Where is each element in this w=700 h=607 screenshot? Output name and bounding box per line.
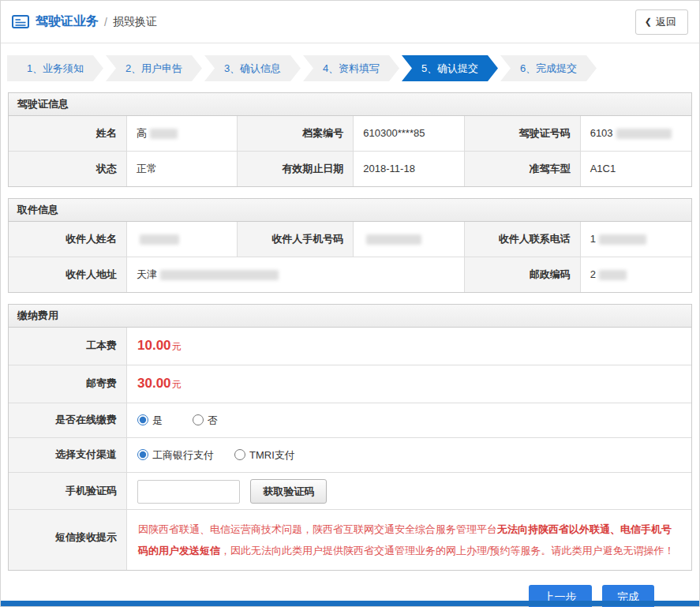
post-fee-value: 30.00元 [127, 365, 691, 403]
online-pay-options: 是 否 [127, 403, 691, 437]
card-fee-row: 工本费 10.00元 [9, 328, 691, 365]
step-2-declaration: 2、用户申告 [106, 55, 202, 81]
post-fee-row: 邮寄费 30.00元 [9, 365, 691, 403]
channel-tmri-label: TMRI支付 [249, 449, 295, 461]
back-button[interactable]: ❮ 返回 [635, 9, 688, 35]
sms-code-input[interactable] [137, 480, 240, 504]
breadcrumb-current: 损毁换证 [113, 15, 157, 29]
online-pay-yes-radio[interactable] [137, 414, 148, 425]
card-fee-label: 工本费 [9, 328, 127, 365]
step-3-confirm-info: 3、确认信息 [204, 55, 301, 81]
step-5-confirm-submit: 5、确认提交 [402, 55, 498, 81]
pay-channel-label: 选择支付渠道 [9, 438, 127, 472]
recipient-phone-label: 收件人手机号码 [238, 222, 354, 257]
expiry-value: 2018-11-18 [354, 152, 464, 186]
sms-tip-label: 短信接收提示 [9, 510, 127, 570]
vehicle-type-label: 准驾车型 [465, 152, 581, 186]
online-pay-label: 是否在线缴费 [9, 403, 127, 437]
pay-channel-row: 选择支付渠道 工商银行支付 TMRI支付 [9, 437, 691, 472]
page: 驾驶证业务 / 损毁换证 ❮ 返回 1、业务须知 2、用户申告 3、确认信息 4… [0, 0, 700, 607]
sms-tip-row: 短信接收提示 因陕西省联通、电信运营商技术问题，陕西省互联网交通安全综合服务管理… [9, 509, 691, 570]
channel-tmri-radio[interactable] [234, 449, 245, 460]
back-button-label: 返回 [656, 15, 676, 29]
table-row: 收件人姓名 收件人手机号码 收件人联系电话 1 [9, 222, 691, 257]
expiry-label: 有效期止日期 [238, 152, 354, 186]
name-value: 高 [127, 116, 238, 151]
card-fee-amount: 10.00 [137, 338, 171, 353]
file-no-label: 档案编号 [238, 116, 354, 151]
table-row: 姓名 高 档案编号 610300****85 驾驶证号码 6103 [9, 116, 691, 151]
fee-unit: 元 [172, 341, 182, 352]
pickup-info-section: 取件信息 收件人姓名 收件人手机号码 收件人联系电话 1 收件人地址 天津 邮政… [8, 198, 692, 293]
address-label: 收件人地址 [9, 257, 127, 292]
file-no-value: 610300****85 [354, 116, 464, 151]
license-info-section: 驾驶证信息 姓名 高 档案编号 610300****85 驾驶证号码 6103 … [8, 92, 692, 187]
channel-icbc-radio[interactable] [137, 449, 148, 460]
redacted-value [616, 129, 672, 139]
redacted-value [599, 234, 646, 245]
contact-phone-value: 1 [581, 222, 691, 257]
vehicle-type-value: A1C1 [581, 152, 691, 186]
step-1-notice: 1、业务须知 [7, 55, 103, 81]
pay-channel-options: 工商银行支付 TMRI支付 [127, 438, 691, 472]
address-value: 天津 [127, 257, 465, 292]
online-pay-no-label: 否 [208, 414, 218, 426]
postcode-label: 邮政编码 [465, 257, 581, 292]
recipient-phone-value [354, 222, 464, 257]
fee-unit: 元 [172, 379, 182, 390]
license-card-icon [12, 15, 29, 28]
license-info-title: 驾驶证信息 [9, 93, 691, 116]
table-row: 收件人地址 天津 邮政编码 2 [9, 257, 691, 292]
step-nav: 1、业务须知 2、用户申告 3、确认信息 4、资料填写 5、确认提交 6、完成提… [7, 55, 693, 81]
fees-title: 缴纳费用 [9, 305, 691, 328]
online-pay-no-option[interactable]: 否 [193, 404, 218, 437]
recipient-name-value [127, 222, 238, 257]
license-no-label: 驾驶证号码 [465, 116, 581, 151]
online-pay-yes-option[interactable]: 是 [137, 404, 163, 437]
step-4-fill-data: 4、资料填写 [303, 55, 399, 81]
contact-phone-label: 收件人联系电话 [465, 222, 581, 257]
get-code-button[interactable]: 获取验证码 [250, 479, 327, 504]
sms-code-row: 手机验证码 获取验证码 [9, 472, 691, 509]
redacted-value [150, 129, 178, 139]
channel-icbc-option[interactable]: 工商银行支付 [137, 439, 214, 472]
pickup-info-title: 取件信息 [9, 199, 691, 222]
redacted-value [140, 234, 179, 245]
recipient-name-label: 收件人姓名 [9, 222, 127, 257]
post-fee-label: 邮寄费 [9, 365, 127, 403]
chevron-left-icon: ❮ [645, 17, 652, 27]
card-fee-value: 10.00元 [127, 328, 691, 365]
status-label: 状态 [9, 152, 127, 186]
online-pay-no-radio[interactable] [193, 414, 204, 425]
name-label: 姓名 [9, 116, 127, 151]
channel-icbc-label: 工商银行支付 [152, 449, 214, 461]
channel-tmri-option[interactable]: TMRI支付 [234, 439, 295, 472]
redacted-value [366, 234, 421, 245]
sms-code-label: 手机验证码 [9, 473, 127, 509]
post-fee-amount: 30.00 [137, 376, 171, 391]
redacted-value [599, 270, 627, 280]
license-no-value: 6103 [581, 116, 691, 151]
page-title: 驾驶证业务 [36, 13, 99, 30]
online-pay-row: 是否在线缴费 是 否 [9, 403, 691, 437]
sms-code-cell: 获取验证码 [127, 473, 691, 509]
page-header: 驾驶证业务 / 损毁换证 ❮ 返回 [1, 1, 699, 43]
bottom-bar [1, 601, 699, 606]
table-row: 状态 正常 有效期止日期 2018-11-18 准驾车型 A1C1 [9, 151, 691, 186]
postcode-value: 2 [581, 257, 691, 292]
fees-section: 缴纳费用 工本费 10.00元 邮寄费 30.00元 是否在线缴费 是 否 [8, 304, 692, 571]
redacted-value [160, 270, 279, 280]
status-value: 正常 [127, 152, 238, 186]
online-pay-yes-label: 是 [152, 414, 163, 426]
step-6-complete: 6、完成提交 [500, 55, 597, 81]
breadcrumb-separator: / [104, 16, 107, 28]
sms-tip-text: 因陕西省联通、电信运营商技术问题，陕西省互联网交通安全综合服务管理平台无法向持陕… [138, 519, 680, 561]
sms-tip-cell: 因陕西省联通、电信运营商技术问题，陕西省互联网交通安全综合服务管理平台无法向持陕… [127, 510, 691, 570]
